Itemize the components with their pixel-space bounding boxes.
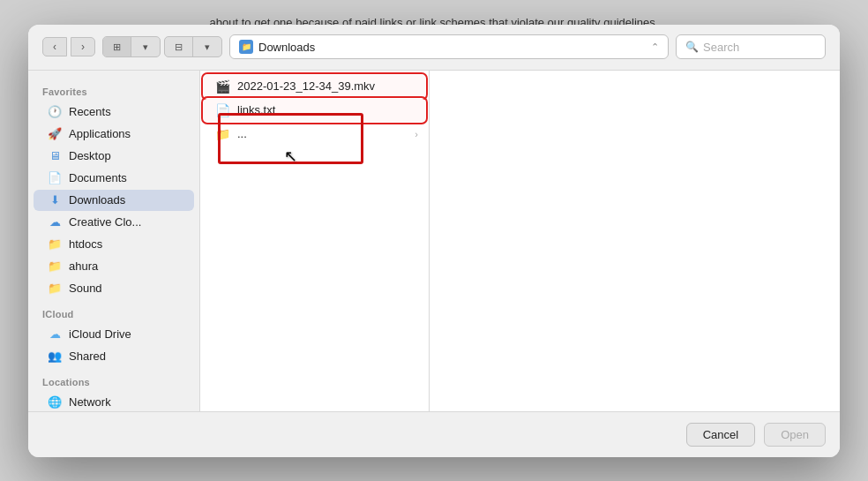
view-toggle-group: ⊞ ▾ ⊟ ▾ (102, 36, 222, 57)
forward-button[interactable]: › (71, 37, 95, 56)
sidebar-item-documents[interactable]: 📄 Documents (34, 168, 194, 189)
sidebar-label-htdocs: htdocs (69, 237, 102, 251)
sidebar-label-icloud-drive: iCloud Drive (69, 327, 131, 341)
txt-file-name: links.txt (237, 103, 275, 116)
file-item-mkv[interactable]: 🎬 2022-01-23_12-34_39.mkv (204, 75, 425, 98)
back-button[interactable]: ‹ (42, 37, 67, 56)
cancel-button[interactable]: Cancel (686, 423, 755, 447)
sidebar-section-icloud: iCloud (28, 300, 199, 323)
network-icon: 🌐 (48, 395, 62, 410)
bottom-bar: Cancel Open (28, 411, 840, 457)
location-chevron-icon: ⌃ (651, 41, 659, 53)
location-bar[interactable]: 📁 Downloads ⌃ (229, 34, 669, 59)
sidebar-label-sound: Sound (69, 282, 102, 295)
location-text: Downloads (258, 41, 646, 54)
chevron-right-icon: › (415, 129, 418, 139)
sidebar-item-icloud-drive[interactable]: ☁ iCloud Drive (34, 324, 194, 345)
folder-file-icon: 📁 (214, 126, 230, 142)
sidebar-label-desktop: Desktop (69, 149, 111, 162)
creative-icon: ☁ (48, 215, 62, 229)
group-view-button2[interactable]: ▾ (193, 37, 221, 56)
sidebar-label-documents: Documents (69, 171, 127, 184)
file-item-links[interactable]: 📄 links.txt (204, 99, 425, 122)
sidebar: Favorites 🕐 Recents 🚀 Applications 🖥 Des… (28, 71, 200, 411)
open-file-dialog: ‹ › ⊞ ▾ ⊟ ▾ 📁 Downloads ⌃ 🔍 Search (28, 25, 840, 457)
desktop-icon: 🖥 (48, 149, 62, 163)
view-toggle: ⊞ ▾ (102, 36, 161, 57)
sidebar-item-downloads[interactable]: ⬇ Downloads (34, 190, 194, 211)
documents-icon: 📄 (48, 171, 62, 185)
recents-icon: 🕐 (48, 105, 62, 119)
mkv-file-name: 2022-01-23_12-34_39.mkv (237, 79, 375, 93)
toolbar: ‹ › ⊞ ▾ ⊟ ▾ 📁 Downloads ⌃ 🔍 Search (28, 25, 840, 71)
sidebar-label-network: Network (69, 395, 111, 409)
sidebar-item-sound[interactable]: 📁 Sound (34, 278, 194, 299)
content-area: Favorites 🕐 Recents 🚀 Applications 🖥 Des… (28, 71, 840, 411)
sidebar-item-htdocs[interactable]: 📁 htdocs (34, 234, 194, 255)
location-folder-icon: 📁 (239, 40, 253, 54)
search-icon: 🔍 (685, 41, 699, 53)
sidebar-label-recents: Recents (69, 105, 111, 118)
other-file-name: ... (237, 127, 247, 140)
sidebar-label-creative: Creative Clo... (69, 215, 141, 229)
shared-icon: 👥 (48, 349, 62, 364)
sidebar-label-shared: Shared (69, 349, 106, 363)
file-item-other[interactable]: 📁 ... › (204, 123, 425, 146)
search-placeholder: Search (703, 41, 739, 54)
sidebar-section-favorites: Favorites (28, 78, 199, 101)
sidebar-label-downloads: Downloads (69, 193, 125, 207)
sound-icon: 📁 (48, 282, 62, 296)
list-view-button[interactable]: ▾ (131, 37, 160, 56)
sidebar-label-applications: Applications (69, 127, 131, 140)
search-bar[interactable]: 🔍 Search (676, 34, 826, 59)
ahura-icon: 📁 (48, 259, 62, 274)
sidebar-item-recents[interactable]: 🕐 Recents (34, 101, 194, 123)
sidebar-label-ahura: ahura (69, 259, 98, 273)
group-toggle: ⊟ ▾ (164, 36, 222, 57)
icon-view-button[interactable]: ⊞ (103, 37, 131, 56)
group-view-button[interactable]: ⊟ (165, 37, 193, 56)
sidebar-item-applications[interactable]: 🚀 Applications (34, 124, 194, 145)
file-list-pane: 🎬 2022-01-23_12-34_39.mkv 📄 links.txt 📁 … (200, 71, 430, 411)
sidebar-item-ahura[interactable]: 📁 ahura (34, 256, 194, 277)
sidebar-item-desktop[interactable]: 🖥 Desktop (34, 146, 194, 167)
preview-pane (430, 71, 840, 411)
txt-file-icon: 📄 (214, 102, 230, 118)
mkv-file-icon: 🎬 (214, 79, 230, 94)
nav-buttons: ‹ › (42, 37, 95, 56)
htdocs-icon: 📁 (48, 237, 62, 252)
open-button[interactable]: Open (764, 423, 826, 447)
sidebar-section-locations: Locations (28, 368, 199, 391)
icloud-icon: ☁ (48, 327, 62, 342)
downloads-icon: ⬇ (48, 193, 62, 207)
sidebar-item-shared[interactable]: 👥 Shared (34, 346, 194, 367)
sidebar-item-creative[interactable]: ☁ Creative Clo... (34, 212, 194, 233)
sidebar-item-network[interactable]: 🌐 Network (34, 392, 194, 411)
applications-icon: 🚀 (48, 127, 62, 141)
